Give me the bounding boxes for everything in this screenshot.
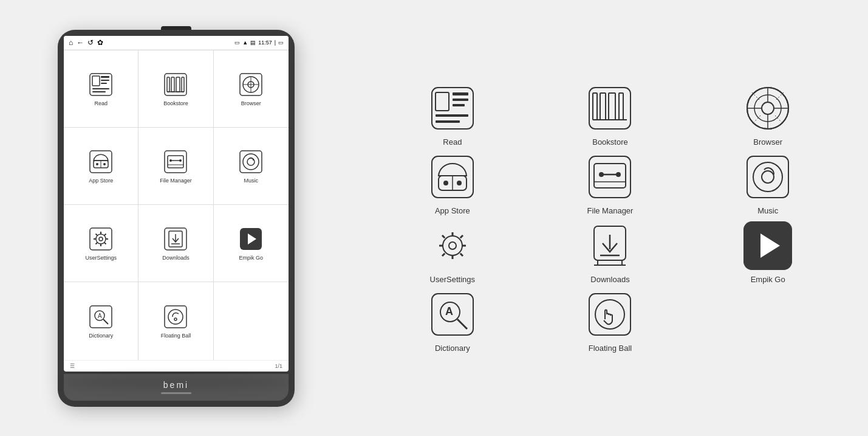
app-cell-appstore[interactable]: App Store [64,128,138,205]
large-browser-icon [743,84,792,133]
large-downloads[interactable]: Downloads [535,221,686,284]
svg-line-41 [104,234,106,236]
svg-rect-8 [167,77,169,92]
app-cell-read[interactable]: Read [64,50,138,128]
read-icon [87,71,114,98]
svg-rect-64 [593,93,597,120]
back-icon[interactable]: ← [77,38,84,47]
settings-icon[interactable]: ✿ [97,38,103,47]
home-icon[interactable]: ⌂ [69,38,73,47]
svg-line-108 [457,319,467,329]
large-empikgo[interactable]: Empik Go [692,221,844,284]
svg-point-71 [762,102,774,114]
svg-point-34 [99,237,103,241]
svg-point-85 [753,162,782,192]
app-cell-music[interactable]: Music [214,128,289,205]
svg-rect-63 [589,88,630,129]
svg-rect-65 [600,93,606,120]
svg-point-81 [599,172,604,177]
svg-rect-60 [453,104,465,106]
large-downloads-label: Downloads [590,275,629,284]
empikgo-icon [238,226,264,252]
large-floatingball-icon [586,290,634,339]
refresh-icon[interactable]: ↺ [87,38,94,47]
app-grid: Read [64,50,289,360]
dictionary-icon: A [87,303,114,330]
bookstore-icon [162,71,189,98]
menu-icon[interactable]: ☰ [70,363,75,369]
svg-rect-59 [453,99,468,101]
appstore-icon [87,148,114,175]
device-screen: ⌂ ← ↺ ✿ ▭ ▲ ▤ 11:57 | ▭ [64,36,289,372]
large-filemanager[interactable]: File Manager [535,153,686,215]
svg-text:A: A [98,313,102,319]
downloads-label: Downloads [162,255,190,261]
svg-rect-6 [92,91,106,92]
appstore-label: App Store [89,178,113,184]
large-bookstore[interactable]: Bookstore [535,84,686,147]
svg-rect-11 [182,77,184,92]
device-bottom-bar: ☰ 1/1 [64,360,289,372]
large-appstore-icon [428,153,477,201]
svg-rect-62 [436,120,460,123]
app-cell-bookstore[interactable]: Bookstore [138,50,213,128]
app-cell-filemanager[interactable]: File Manager [138,128,213,205]
browser-label: Browser [241,100,261,106]
svg-point-86 [762,171,774,183]
svg-rect-58 [453,92,468,95]
svg-rect-78 [589,156,630,198]
bookstore-label: Bookstore [163,100,188,106]
large-usersettings[interactable]: UserSettings [377,221,528,284]
svg-point-88 [449,242,456,249]
large-browser[interactable]: Browser [692,84,844,147]
svg-line-95 [460,235,463,238]
app-cell-dictionary[interactable]: A Dictionary [64,282,138,359]
app-cell-floatingball[interactable]: Floating Ball [138,282,213,359]
browser-icon [238,71,264,98]
svg-rect-9 [171,77,174,92]
large-filemanager-icon [586,153,634,201]
svg-rect-67 [619,93,623,120]
usersettings-icon [87,226,114,252]
svg-rect-61 [436,114,468,117]
large-read-icon [428,84,477,133]
svg-point-21 [103,163,106,165]
music-icon [238,148,264,175]
filemanager-icon [162,148,189,175]
app-cell-browser[interactable]: Browser [214,50,289,128]
large-music[interactable]: Music [692,153,844,215]
svg-rect-4 [101,83,107,84]
floatingball-label: Floating Ball [161,333,191,339]
app-cell-usersettings[interactable]: UserSettings [64,205,138,282]
svg-point-87 [443,236,462,255]
svg-line-52 [103,319,108,324]
app-cell-empikgo[interactable]: Empik Go [214,205,289,282]
large-music-icon [743,153,792,201]
large-downloads-icon [586,221,634,270]
large-music-label: Music [757,206,778,215]
svg-point-55 [174,318,177,320]
svg-rect-1 [92,76,100,86]
usersettings-label: UserSettings [85,255,117,261]
svg-point-82 [616,172,621,177]
empikgo-label: Empik Go [239,255,264,261]
large-empikgo-label: Empik Go [751,275,785,284]
large-read[interactable]: Read [377,84,528,147]
status-left: ⌂ ← ↺ ✿ [69,38,103,47]
large-filemanager-label: File Manager [587,206,634,215]
svg-rect-24 [168,156,183,168]
app-cell-downloads[interactable]: Downloads [138,205,213,282]
large-dictionary[interactable]: A Dictionary [377,290,528,353]
read-label: Read [94,100,108,106]
svg-rect-3 [101,80,109,81]
large-floatingball[interactable]: Floating Ball [535,290,686,353]
svg-text:A: A [445,305,453,317]
large-bookstore-icon [586,84,634,133]
svg-line-94 [460,253,463,255]
svg-line-93 [442,235,445,238]
status-bar: ⌂ ← ↺ ✿ ▭ ▲ ▤ 11:57 | ▭ [64,36,289,50]
status-right: ▭ ▲ ▤ 11:57 | ▭ [234,40,284,46]
device-wrapper: ⌂ ← ↺ ✿ ▭ ▲ ▤ 11:57 | ▭ [0,0,352,436]
status-divider: | [275,40,276,46]
large-appstore[interactable]: App Store [377,153,528,215]
